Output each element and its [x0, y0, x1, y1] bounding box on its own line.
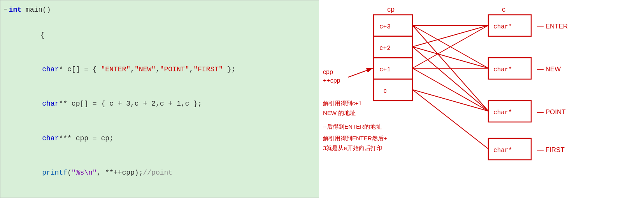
svg-line-11	[412, 25, 488, 47]
line-char-cpp: char*** cpp = cp;	[0, 121, 319, 156]
cpp-inc-label: ++cpp	[323, 77, 340, 84]
svg-rect-3	[374, 79, 412, 101]
str-first: — FIRST	[537, 146, 565, 154]
annotation-1: 解引用得到c+1	[323, 100, 362, 106]
cp-cell-2: c+1	[379, 66, 391, 73]
line-char-cp: char** cp[] = { c + 3,c + 2,c + 1,c };	[0, 87, 319, 121]
function-signature: int main()	[9, 4, 51, 16]
svg-line-18	[412, 90, 488, 111]
fn-main: main()	[26, 6, 51, 14]
annotation-5: 3就是从e开始向后打印	[323, 145, 382, 151]
svg-line-19	[348, 68, 373, 77]
line-printf-1: printf("%s\n", **++cpp);//point	[0, 156, 319, 190]
str-enter: — ENTER	[537, 23, 568, 30]
c-cell-2: char*	[493, 109, 512, 116]
svg-line-13	[412, 47, 488, 111]
cp-label: cp	[387, 5, 395, 13]
code-header: − int main()	[0, 4, 319, 16]
diagram-svg: cp c c+3 c+2 c+1 c char* char* char* cha…	[319, 0, 644, 198]
str-point: — POINT	[537, 108, 566, 116]
cp-cell-0: c+3	[379, 23, 391, 30]
code-panel: − int main() { char* c[] = { "ENTER","NE…	[0, 0, 319, 198]
svg-line-12	[412, 47, 488, 68]
svg-line-16	[412, 68, 488, 111]
cp-cell-3: c	[383, 88, 387, 95]
c-cell-3: char*	[493, 147, 512, 154]
line-printf-2: printf("%s\n", *-- * ++cpp + 3);//er	[0, 190, 319, 198]
collapse-icon[interactable]: −	[4, 5, 7, 15]
cpp-label: cpp	[323, 69, 333, 75]
line-char-c: char* c[] = { "ENTER","NEW","POINT","FIR…	[0, 52, 319, 87]
c-cell-0: char*	[493, 23, 512, 30]
c-cell-1: char*	[493, 66, 512, 73]
diagram-panel: cp c c+3 c+2 c+1 c char* char* char* cha…	[319, 0, 644, 198]
line-brace-open: {	[0, 18, 319, 52]
annotation-2: NEW 的地址	[323, 110, 356, 116]
annotation-3: --后得到ENTER的地址	[323, 123, 382, 130]
annotation-4: 解引用得到ENTER然后+	[323, 135, 387, 141]
cp-cell-1: c+2	[379, 45, 391, 52]
c-label: c	[502, 5, 505, 13]
kw-int: int	[9, 6, 21, 14]
str-new: — NEW	[537, 65, 561, 73]
